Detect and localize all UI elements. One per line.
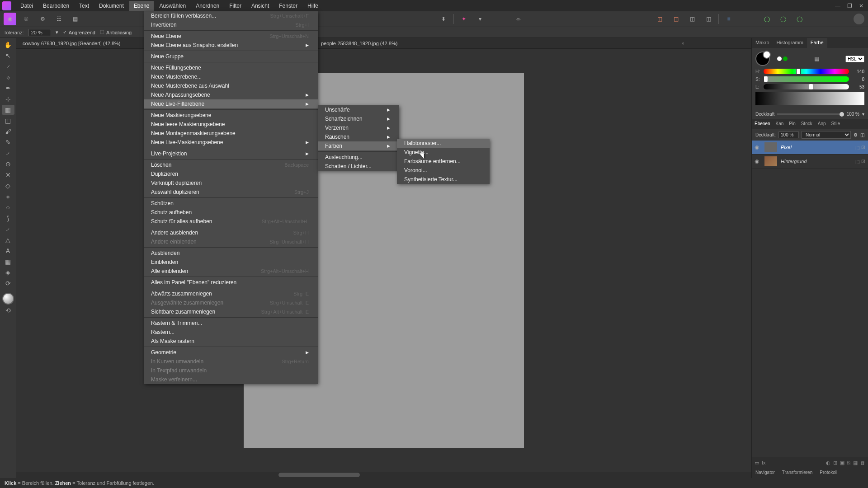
menu-item[interactable]: Verzerren▶	[318, 123, 399, 132]
gear-icon[interactable]: ⚙	[854, 132, 858, 137]
swap-colors-icon[interactable]: ⟲	[2, 305, 14, 315]
paint-tool[interactable]: ⟋	[2, 148, 14, 158]
maximize-button[interactable]: ❐	[847, 3, 852, 9]
bottom-tab-navigator[interactable]: Navigator	[752, 468, 778, 478]
globe1-icon[interactable]: ◯	[760, 13, 773, 25]
menu-item[interactable]: Neue leere Maskierungsebene	[144, 120, 318, 129]
pen-tool[interactable]: ✒	[2, 83, 14, 93]
menu-item[interactable]: Neue Maskierungsebene	[144, 111, 318, 120]
menu-item[interactable]: Abwärts zusammenlegenStrg+E	[144, 289, 318, 298]
panel-tab-histogramm[interactable]: Histogramm	[773, 38, 807, 48]
layer-thumbnail[interactable]	[764, 156, 777, 166]
menu-item[interactable]: Neue Ebene aus Snapshot erstellen▶	[144, 41, 318, 50]
color-picker-tool[interactable]: ⟋	[2, 61, 14, 71]
menu-item[interactable]: Neue Füllungsebene	[144, 63, 318, 72]
menu-filter[interactable]: Filter	[225, 1, 246, 11]
add-layer-icon[interactable]: ▦	[853, 460, 858, 466]
panel-tab-makro[interactable]: Makro	[752, 38, 773, 48]
persona-tone-icon[interactable]: ☷	[52, 13, 65, 25]
menu-item[interactable]: Farbsäume entfernen...	[397, 157, 490, 166]
menu-item[interactable]: Auswahl duplizierenStrg+J	[144, 188, 318, 197]
menu-item[interactable]: Farben▶	[318, 141, 399, 150]
horizontal-scrollbar[interactable]	[16, 472, 751, 478]
adjust-icon[interactable]: ◐	[826, 460, 830, 466]
menu-ebene[interactable]: Ebene	[129, 1, 154, 11]
stack-orange-icon[interactable]: ◫	[670, 13, 682, 25]
mesh-tool[interactable]: ▦	[2, 257, 14, 267]
menu-text[interactable]: Text	[75, 1, 94, 11]
smudge-tool[interactable]: ⟆	[2, 213, 14, 223]
menu-item[interactable]: Live-Projektion▶	[144, 149, 318, 158]
menu-item[interactable]: LöschenBackspace	[144, 160, 318, 169]
menu-item[interactable]: Schutz aufheben	[144, 208, 318, 217]
layer-row[interactable]: ◉Hintergrund⬚☑	[752, 155, 868, 169]
menu-item[interactable]: Scharfzeichnen▶	[318, 114, 399, 123]
menu-item[interactable]: Andere ausblendenStrg+H	[144, 228, 318, 237]
blend-mode-select[interactable]: Normal	[802, 131, 851, 139]
opacity-dropdown-icon[interactable]: ▾	[862, 112, 864, 117]
layer-tab-anp[interactable]: Anp	[815, 119, 829, 129]
assist-icon[interactable]: ✦	[458, 13, 470, 25]
menu-item[interactable]: Neue Montagenmaskierungsebene	[144, 129, 318, 138]
contiguous-checkbox[interactable]: ✓	[63, 29, 67, 35]
dodge-tool[interactable]: ⟡	[2, 192, 14, 202]
text-tool[interactable]: A	[2, 246, 14, 256]
globe3-icon[interactable]: ◯	[793, 13, 806, 25]
close-button[interactable]: ✕	[859, 3, 863, 9]
layer-row[interactable]: ◉Pixel⬚☑	[752, 141, 868, 155]
stack-grey2-icon[interactable]: ◫	[702, 13, 715, 25]
patch-tool[interactable]: ◇	[2, 181, 14, 191]
menu-item[interactable]: Schutz für alles aufhebenStrg+Alt+Umscha…	[144, 217, 318, 226]
arrange-icon[interactable]: ⬍	[437, 13, 450, 25]
persona-photo-icon[interactable]: ◉	[4, 13, 16, 25]
delete-layer-icon[interactable]: 🗑	[860, 460, 865, 465]
menu-fenster[interactable]: Fenster	[274, 1, 302, 11]
antialias-checkbox[interactable]: ☐	[100, 29, 104, 35]
heal-tool[interactable]: ✕	[2, 170, 14, 180]
layer-thumbnail[interactable]	[764, 142, 777, 152]
lock-icon[interactable]: ⬚	[855, 159, 859, 164]
menu-item[interactable]: Schatten / Lichter...	[318, 162, 399, 171]
clip-icon[interactable]: ◫	[860, 132, 864, 137]
picker-white-icon[interactable]	[777, 56, 782, 61]
secondary-color-swatch[interactable]	[763, 51, 771, 59]
opacity-slider[interactable]	[777, 113, 844, 115]
persona-liquify-icon[interactable]: ⦾	[20, 13, 33, 25]
menu-item[interactable]: Voronoi...	[397, 166, 490, 175]
gradient-preview[interactable]	[755, 92, 864, 105]
account-avatar[interactable]	[854, 14, 864, 24]
menu-anordnen[interactable]: Anordnen	[191, 1, 224, 11]
check-icon[interactable]: ☑	[861, 159, 865, 164]
layer-tab-stile[interactable]: Stile	[829, 119, 843, 129]
hue-slider[interactable]	[764, 69, 849, 74]
align-icon[interactable]: ≡	[722, 13, 735, 25]
stack-red-icon[interactable]: ◫	[653, 13, 666, 25]
gradient-tool[interactable]: ◫	[2, 116, 14, 126]
menu-bearbeiten[interactable]: Bearbeiten	[38, 1, 74, 11]
fx-icon[interactable]: fx	[762, 460, 766, 465]
visibility-icon[interactable]: ◉	[755, 158, 761, 164]
shape-tool[interactable]: △	[2, 235, 14, 245]
menu-item[interactable]: Alles im Panel "Ebenen" reduzieren	[144, 278, 318, 287]
layer-tab-kan[interactable]: Kan	[773, 119, 786, 129]
menu-item[interactable]: Ausblenden	[144, 249, 318, 258]
color-mode-select[interactable]: HSL	[845, 56, 864, 62]
menu-item[interactable]: Unschärfe▶	[318, 105, 399, 114]
assist-dropdown-icon[interactable]: ▾	[474, 13, 486, 25]
hand-tool[interactable]: ✋	[2, 40, 14, 50]
stack-grey1-icon[interactable]: ◫	[686, 13, 698, 25]
swatches-menu-icon[interactable]: ▦	[814, 56, 819, 62]
layer-tab-ebenen[interactable]: Ebenen	[752, 119, 773, 129]
link-icon[interactable]: ⎘	[847, 460, 850, 465]
menu-item[interactable]: Neue EbeneStrg+Umschalt+N	[144, 32, 318, 41]
bottom-tab-transformieren[interactable]: Transformieren	[778, 468, 816, 478]
menu-dokument[interactable]: Dokument	[94, 1, 128, 11]
menu-item[interactable]: Bereich füllen verblassen...Strg+Umschal…	[144, 11, 318, 20]
clone-tool[interactable]: ⊙	[2, 159, 14, 169]
menu-item[interactable]: Neue Gruppe	[144, 52, 318, 61]
menu-hilfe[interactable]: Hilfe	[303, 1, 323, 11]
menu-item[interactable]: Geometrie▶	[144, 348, 318, 357]
lit-slider[interactable]	[764, 84, 849, 89]
color-swatch[interactable]	[2, 293, 14, 305]
menu-item[interactable]: Neue Live-Filterebene▶	[144, 99, 318, 108]
